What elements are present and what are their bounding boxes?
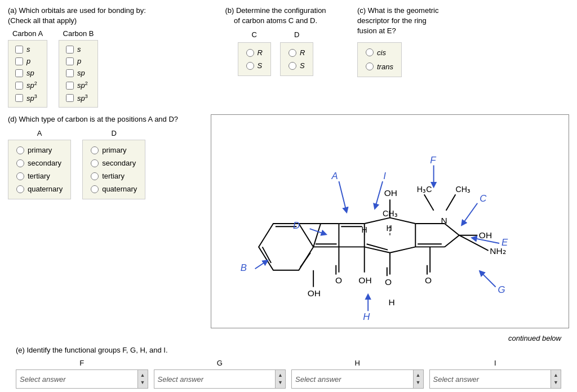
carbon-b-sp2[interactable]: sp2: [66, 81, 91, 90]
select-wrapper-F[interactable]: Select answer ▲ ▼: [16, 369, 148, 389]
a-quaternary[interactable]: quaternary: [16, 185, 63, 193]
carbon-b-sp2-checkbox[interactable]: [66, 82, 74, 90]
carbon-b-p-checkbox[interactable]: [66, 57, 74, 65]
section-b-label: (b) Determine the configurationof carbon…: [199, 6, 352, 26]
select-arrows-F[interactable]: ▲ ▼: [137, 370, 148, 388]
carbon-b-sp-checkbox[interactable]: [66, 69, 74, 77]
cis-radio[interactable]: [366, 48, 374, 56]
a-secondary-radio[interactable]: [16, 159, 24, 167]
carbon-b-sp3[interactable]: sp3: [66, 93, 91, 103]
arrow-down-G[interactable]: ▼: [276, 379, 285, 386]
cis-option[interactable]: cis: [366, 48, 393, 57]
svg-text:C: C: [480, 193, 487, 204]
section-a: (a) Which orbitals are used for bonding …: [8, 6, 199, 108]
label-F: F: [79, 359, 84, 367]
svg-text:CH₃: CH₃: [383, 209, 398, 218]
carbon-b-sp[interactable]: sp: [66, 69, 91, 77]
carbon-b-sp3-checkbox[interactable]: [66, 94, 74, 102]
svg-text:G: G: [498, 284, 505, 295]
section-c: (c) What is the geometricdescriptor for …: [357, 6, 515, 108]
select-F[interactable]: Select answer: [16, 375, 137, 384]
carbon-d-R[interactable]: R: [288, 48, 305, 57]
carbon-b-label: Carbon B: [59, 29, 98, 38]
section-a-label: (a) Which orbitals are used for bonding …: [8, 6, 194, 26]
carbon-d-R-radio[interactable]: [288, 49, 296, 57]
d-primary[interactable]: primary: [91, 146, 137, 154]
carbon-a-sp3[interactable]: sp3: [15, 93, 40, 103]
carbon-c-R[interactable]: R: [246, 48, 263, 57]
carbon-a-sp[interactable]: sp: [15, 69, 40, 77]
a-quaternary-radio[interactable]: [16, 185, 24, 193]
continued-text: continued below: [508, 334, 561, 342]
label-G: G: [217, 359, 223, 367]
a-secondary[interactable]: secondary: [16, 159, 63, 167]
svg-text:NH₂: NH₂: [490, 246, 505, 256]
d-tertiary-radio[interactable]: [91, 172, 99, 180]
carbon-c-R-radio[interactable]: [246, 49, 254, 57]
select-G[interactable]: Select answer: [154, 375, 276, 384]
carbon-b-checkboxes: s p sp sp2 sp3: [59, 40, 98, 108]
section-e-label: (e) Identify the functional groups F, G,…: [16, 346, 561, 354]
section-d-label: (d) Which type of carbon is at the posit…: [8, 114, 199, 124]
carbon-a-s-checkbox[interactable]: [15, 46, 23, 54]
select-arrows-G[interactable]: ▲ ▼: [275, 370, 285, 388]
carbon-d-S-radio[interactable]: [288, 62, 296, 70]
carbon-a-p-checkbox[interactable]: [15, 57, 23, 65]
carbon-d-S[interactable]: S: [288, 61, 305, 70]
svg-rect-0: [211, 116, 569, 327]
select-wrapper-G[interactable]: Select answer ▲ ▼: [154, 369, 286, 389]
d-quaternary[interactable]: quaternary: [91, 185, 137, 193]
carbon-a-s[interactable]: s: [15, 45, 40, 54]
section-e: (e) Identify the functional groups F, G,…: [8, 346, 569, 389]
d-quaternary-radio[interactable]: [91, 185, 99, 193]
carbon-c-S[interactable]: S: [246, 61, 263, 70]
arrow-down-I[interactable]: ▼: [551, 379, 561, 386]
select-col-H: H Select answer ▲ ▼: [291, 359, 424, 389]
svg-text:H: H: [388, 297, 394, 307]
d-tertiary[interactable]: tertiary: [91, 172, 137, 180]
arrow-up-F[interactable]: ▲: [138, 372, 148, 379]
select-col-F: F Select answer ▲ ▼: [16, 359, 148, 389]
a-tertiary-radio[interactable]: [16, 172, 24, 180]
carbon-a-group: Carbon A s p sp sp2: [8, 29, 47, 108]
carbon-a-sp2[interactable]: sp2: [15, 81, 40, 90]
svg-text:O: O: [335, 275, 342, 285]
arrow-down-F[interactable]: ▼: [138, 379, 148, 386]
carbon-c-S-radio[interactable]: [246, 62, 254, 70]
arrow-up-H[interactable]: ▲: [414, 372, 423, 379]
carbon-a-sp-checkbox[interactable]: [15, 69, 23, 77]
label-I: I: [494, 359, 496, 367]
arrow-down-H[interactable]: ▼: [414, 379, 423, 386]
svg-text:CH₃: CH₃: [455, 185, 471, 194]
carbon-b-s[interactable]: s: [66, 45, 91, 54]
molecule-diagram: OH O OH O O OH CH₃: [211, 114, 569, 328]
d-secondary-radio[interactable]: [91, 159, 99, 167]
arrow-up-I[interactable]: ▲: [551, 372, 561, 379]
trans-option[interactable]: trans: [366, 63, 393, 71]
arrow-up-G[interactable]: ▲: [276, 372, 285, 379]
a-tertiary[interactable]: tertiary: [16, 172, 63, 180]
select-wrapper-H[interactable]: Select answer ▲ ▼: [291, 369, 424, 389]
carbon-a-p[interactable]: p: [15, 57, 40, 65]
svg-text:H: H: [363, 311, 370, 322]
select-I[interactable]: Select answer: [430, 375, 551, 384]
d-primary-radio[interactable]: [91, 146, 99, 154]
carbon-b-s-checkbox[interactable]: [66, 46, 74, 54]
svg-text:D: D: [293, 220, 300, 231]
select-arrows-I[interactable]: ▲ ▼: [551, 370, 561, 388]
svg-text:E: E: [501, 237, 508, 248]
carbon-b-p[interactable]: p: [66, 57, 91, 65]
d-secondary[interactable]: secondary: [91, 159, 137, 167]
carbon-a-type-radios: primary secondary tertiary quaternary: [8, 140, 71, 199]
trans-radio[interactable]: [366, 63, 374, 70]
svg-text:OH: OH: [308, 288, 321, 298]
carbon-a-sp3-checkbox[interactable]: [15, 94, 23, 102]
svg-text:B: B: [241, 262, 247, 273]
a-primary-radio[interactable]: [16, 146, 24, 154]
svg-text:H₃C: H₃C: [417, 185, 432, 194]
select-arrows-H[interactable]: ▲ ▼: [413, 370, 423, 388]
select-H[interactable]: Select answer: [292, 375, 413, 384]
carbon-a-sp2-checkbox[interactable]: [15, 82, 23, 90]
select-wrapper-I[interactable]: Select answer ▲ ▼: [429, 369, 562, 389]
a-primary[interactable]: primary: [16, 146, 63, 154]
